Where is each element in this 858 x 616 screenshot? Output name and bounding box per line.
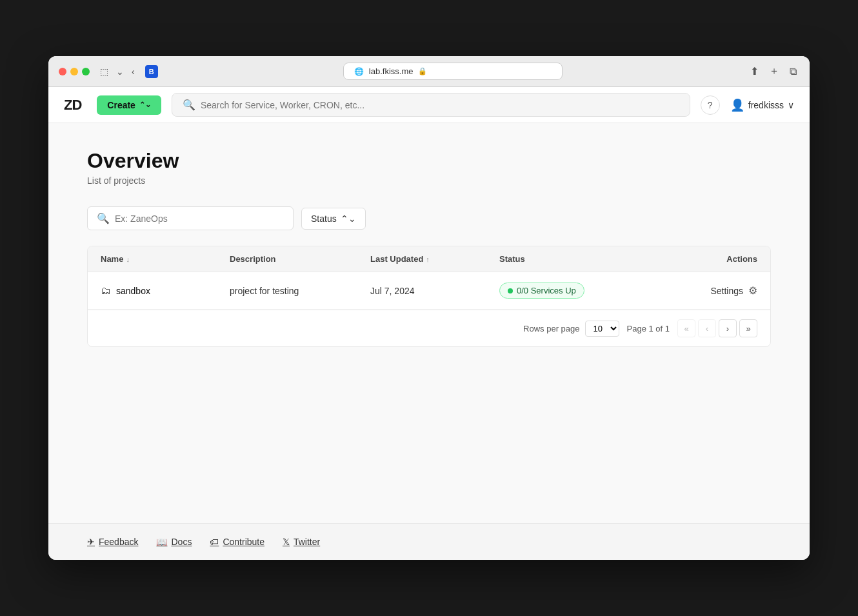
globe-icon: 🌐 bbox=[354, 67, 364, 76]
feedback-label: Feedback bbox=[99, 537, 138, 547]
pagination-row: Rows per page 10 25 50 Page 1 of 1 « ‹ ›… bbox=[88, 310, 770, 346]
help-icon: ? bbox=[708, 100, 713, 110]
project-status-cell: 0/0 Services Up bbox=[499, 283, 667, 299]
app-header: ZD Create ⌃⌄ 🔍 ? 👤 fredkisss ∨ bbox=[48, 87, 810, 123]
status-label: Status bbox=[311, 214, 337, 224]
twitter-link[interactable]: 𝕏 Twitter bbox=[283, 537, 320, 547]
feedback-link[interactable]: ✈ Feedback bbox=[87, 537, 138, 547]
app-footer: ✈ Feedback 📖 Docs 🏷 Contribute 𝕏 Twitter bbox=[48, 523, 810, 560]
column-actions: Actions bbox=[667, 254, 757, 264]
traffic-lights bbox=[59, 68, 90, 75]
status-chevron-icon: ⌃⌄ bbox=[341, 214, 356, 224]
rows-per-page-select[interactable]: 10 25 50 bbox=[585, 321, 619, 337]
column-name-label: Name bbox=[101, 254, 123, 264]
project-name: sandbox bbox=[116, 286, 150, 296]
status-text: 0/0 Services Up bbox=[517, 286, 576, 295]
table-row: 🗂 sandbox project for testing Jul 7, 202… bbox=[88, 272, 770, 310]
back-button[interactable]: ‹ bbox=[129, 65, 137, 78]
project-search-input[interactable] bbox=[115, 214, 284, 224]
column-status: Status bbox=[499, 254, 667, 264]
tabs-button[interactable]: ⧉ bbox=[787, 65, 799, 79]
contribute-link[interactable]: 🏷 Contribute bbox=[210, 537, 264, 547]
help-button[interactable]: ? bbox=[701, 95, 720, 115]
projects-table: Name ↓ Description Last Updated ↑ Status… bbox=[87, 246, 771, 347]
twitter-icon: 𝕏 bbox=[283, 537, 290, 547]
filter-row: 🔍 Status ⌃⌄ bbox=[87, 206, 771, 230]
settings-link[interactable]: Settings bbox=[710, 286, 743, 296]
close-button[interactable] bbox=[59, 68, 66, 75]
new-tab-button[interactable]: ＋ bbox=[766, 63, 782, 79]
main-content: Overview List of projects 🔍 Status ⌃⌄ Na… bbox=[48, 123, 810, 523]
project-search[interactable]: 🔍 bbox=[87, 206, 294, 230]
project-last-updated: Jul 7, 2024 bbox=[370, 286, 499, 296]
settings-gear-icon[interactable]: ⚙ bbox=[748, 284, 757, 297]
minimize-button[interactable] bbox=[70, 68, 78, 75]
user-avatar-icon: 👤 bbox=[730, 98, 744, 112]
page-info: Page 1 of 1 bbox=[627, 324, 670, 333]
column-description: Description bbox=[230, 254, 370, 264]
status-dot bbox=[508, 288, 513, 293]
docs-label: Docs bbox=[171, 537, 192, 547]
twitter-label: Twitter bbox=[294, 537, 320, 547]
project-search-icon: 🔍 bbox=[97, 212, 110, 224]
column-status-label: Status bbox=[499, 254, 525, 264]
url-text: lab.fkiss.me bbox=[369, 66, 414, 76]
first-page-button[interactable]: « bbox=[677, 319, 695, 337]
column-description-label: Description bbox=[230, 254, 276, 264]
contribute-icon: 🏷 bbox=[210, 537, 219, 547]
table-header: Name ↓ Description Last Updated ↑ Status… bbox=[88, 246, 770, 272]
column-last-updated[interactable]: Last Updated ↑ bbox=[370, 254, 499, 264]
name-sort-icon: ↓ bbox=[126, 255, 130, 263]
contribute-label: Contribute bbox=[223, 537, 264, 547]
docs-icon: 📖 bbox=[156, 537, 167, 547]
global-search[interactable]: 🔍 bbox=[172, 93, 690, 117]
user-name: fredkisss bbox=[748, 100, 784, 110]
status-dropdown[interactable]: Status ⌃⌄ bbox=[301, 208, 366, 230]
browser-chrome: ⬚ ⌄ ‹ B 🌐 lab.fkiss.me 🔒 ⬆ ＋ ⧉ bbox=[48, 56, 810, 87]
browser-window: ⬚ ⌄ ‹ B 🌐 lab.fkiss.me 🔒 ⬆ ＋ ⧉ ZD Create… bbox=[48, 56, 810, 560]
sidebar-toggle-button[interactable]: ⬚ bbox=[97, 65, 111, 78]
chevron-down-icon[interactable]: ⌄ bbox=[114, 65, 126, 78]
last-page-button[interactable]: » bbox=[739, 319, 757, 337]
next-page-button[interactable]: › bbox=[719, 319, 737, 337]
project-description: project for testing bbox=[230, 286, 370, 296]
share-button[interactable]: ⬆ bbox=[748, 64, 761, 79]
page-subtitle: List of projects bbox=[87, 175, 771, 186]
project-name-cell[interactable]: 🗂 sandbox bbox=[101, 285, 230, 297]
rows-per-page: Rows per page 10 25 50 bbox=[523, 321, 619, 337]
logo: ZD bbox=[64, 97, 81, 114]
column-name[interactable]: Name ↓ bbox=[101, 254, 230, 264]
search-icon: 🔍 bbox=[183, 99, 195, 111]
address-bar[interactable]: 🌐 lab.fkiss.me 🔒 bbox=[343, 63, 563, 80]
create-button[interactable]: Create ⌃⌄ bbox=[97, 95, 161, 115]
global-search-input[interactable] bbox=[201, 100, 679, 110]
actions-cell: Settings ⚙ bbox=[667, 284, 757, 297]
column-actions-label: Actions bbox=[726, 254, 757, 264]
browser-toolbar: ⬚ ⌄ ‹ bbox=[97, 65, 137, 78]
page-nav-buttons: « ‹ › » bbox=[677, 319, 757, 337]
folder-icon: 🗂 bbox=[101, 285, 111, 297]
address-bar-container: 🌐 lab.fkiss.me 🔒 bbox=[166, 63, 740, 80]
header-actions: ? 👤 fredkisss ∨ bbox=[701, 95, 794, 115]
lock-icon: 🔒 bbox=[418, 67, 427, 75]
column-last-updated-label: Last Updated bbox=[370, 254, 423, 264]
page-title: Overview bbox=[87, 149, 771, 173]
prev-page-button[interactable]: ‹ bbox=[698, 319, 716, 337]
browser-actions: ⬆ ＋ ⧉ bbox=[748, 63, 799, 79]
feedback-icon: ✈ bbox=[87, 537, 95, 547]
user-menu[interactable]: 👤 fredkisss ∨ bbox=[730, 98, 794, 112]
create-label: Create bbox=[107, 100, 135, 110]
user-chevron-icon: ∨ bbox=[788, 100, 794, 110]
rows-per-page-label: Rows per page bbox=[523, 324, 579, 333]
create-chevron-icon: ⌃⌄ bbox=[139, 101, 151, 109]
extension-icon: B bbox=[145, 65, 158, 78]
maximize-button[interactable] bbox=[82, 68, 90, 75]
docs-link[interactable]: 📖 Docs bbox=[156, 537, 192, 547]
last-updated-sort-icon: ↑ bbox=[426, 255, 430, 263]
status-badge: 0/0 Services Up bbox=[499, 283, 584, 299]
